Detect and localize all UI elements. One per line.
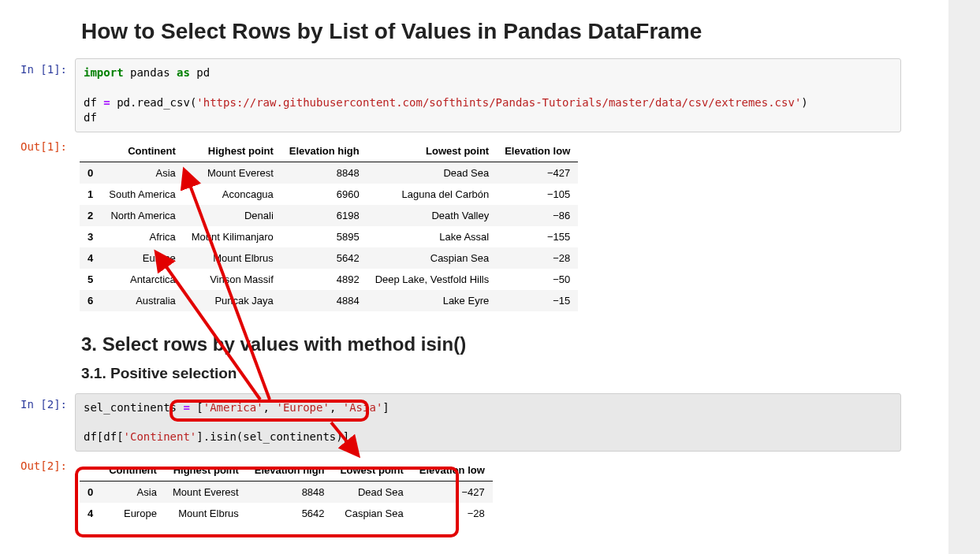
code-cell-1[interactable]: import pandas as pd df = pd.read_csv('ht… xyxy=(75,58,901,132)
notebook-body: How to Select Rows by List of Values in … xyxy=(0,19,980,532)
code-text: pd.read_csv( xyxy=(110,96,197,109)
row-index: 6 xyxy=(80,290,101,311)
row-index: 0 xyxy=(80,481,101,504)
code-text: df xyxy=(84,111,97,124)
table-cell: Caspian Sea xyxy=(333,503,412,524)
table-row: 3AfricaMount Kilimanjaro5895Lake Assal−1… xyxy=(80,226,578,247)
operator-eq: = xyxy=(183,401,189,414)
table-row: 6AustraliaPuncak Jaya4884Lake Eyre−15 xyxy=(80,290,578,311)
table-cell: Denali xyxy=(184,205,281,226)
subsection-heading: 3.1. Positive selection xyxy=(81,365,948,382)
table-header-row: Continent Highest point Elevation high L… xyxy=(80,140,578,162)
table-cell: 5642 xyxy=(247,503,333,524)
col-header: Elevation high xyxy=(247,459,333,481)
code-text: df[df[ xyxy=(84,430,124,443)
table-cell: Antarctica xyxy=(101,269,184,290)
code-text: , xyxy=(330,401,343,414)
table-header-row: Continent Highest point Elevation high L… xyxy=(80,459,493,481)
row-index: 0 xyxy=(80,162,101,184)
row-index: 2 xyxy=(80,205,101,226)
string-literal: 'Asia' xyxy=(343,401,383,414)
code-text: ].isin(sel_continents)] xyxy=(196,430,349,443)
table-cell: 8848 xyxy=(281,162,367,184)
table-cell: Puncak Jaya xyxy=(184,290,281,311)
table-cell: Deep Lake, Vestfold Hills xyxy=(367,269,497,290)
code-text: ) xyxy=(801,96,807,109)
prompt-out-2: Out[2]: xyxy=(0,455,75,477)
col-header: Continent xyxy=(101,140,184,162)
code-text: pandas xyxy=(124,66,177,79)
table-cell: −50 xyxy=(497,269,578,290)
col-header: Elevation low xyxy=(497,140,578,162)
code-text: [ xyxy=(190,401,203,414)
col-header: Highest point xyxy=(165,459,247,481)
scrollbar-gutter[interactable] xyxy=(948,0,980,554)
table-cell: Asia xyxy=(101,481,165,504)
prompt-in-1: In [1]: xyxy=(0,58,75,80)
keyword-import: import xyxy=(84,66,124,79)
section-heading: 3. Select rows by values with method isi… xyxy=(81,333,948,355)
table-cell: −86 xyxy=(497,205,578,226)
keyword-as: as xyxy=(177,66,190,79)
prompt-in-2: In [2]: xyxy=(0,393,75,415)
row-index: 1 xyxy=(80,184,101,205)
code-text: pd xyxy=(190,66,210,79)
code-text: ] xyxy=(382,401,389,414)
table-cell: Death Valley xyxy=(367,205,497,226)
string-literal: 'Continent' xyxy=(124,430,197,443)
string-literal: 'Europe' xyxy=(276,401,329,414)
table-row: 0AsiaMount Everest8848Dead Sea−427 xyxy=(80,162,578,184)
table-cell: Mount Elbrus xyxy=(165,503,247,524)
table-cell: Europe xyxy=(101,503,165,524)
table-cell: 6960 xyxy=(281,184,367,205)
page-title: How to Select Rows by List of Values in … xyxy=(81,19,948,44)
table-cell: 6198 xyxy=(281,205,367,226)
table-cell: 4892 xyxy=(281,269,367,290)
row-index: 5 xyxy=(80,269,101,290)
col-header xyxy=(80,140,101,162)
table-cell: Mount Kilimanjaro xyxy=(184,226,281,247)
table-cell: 4884 xyxy=(281,290,367,311)
string-literal: 'America' xyxy=(203,401,263,414)
table-cell: Australia xyxy=(101,290,184,311)
table-cell: 5895 xyxy=(281,226,367,247)
code-cell-2[interactable]: sel_continents = ['America', 'Europe', '… xyxy=(75,393,901,452)
table-cell: Europe xyxy=(101,247,184,269)
table-cell: 5642 xyxy=(281,247,367,269)
table-cell: South America xyxy=(101,184,184,205)
table-row: 4EuropeMount Elbrus5642Caspian Sea−28 xyxy=(80,247,578,269)
table-row: 2North AmericaDenali6198Death Valley−86 xyxy=(80,205,578,226)
string-literal: 'https://raw.githubusercontent.com/softh… xyxy=(196,96,801,109)
table-cell: Dead Sea xyxy=(333,481,412,504)
table-cell: −427 xyxy=(497,162,578,184)
table-cell: Vinson Massif xyxy=(184,269,281,290)
prompt-out-1: Out[1]: xyxy=(0,136,75,158)
cell-out-1: Out[1]: Continent Highest point Elevatio… xyxy=(0,136,948,319)
cell-out-2: Out[2]: Continent Highest point Elevatio… xyxy=(0,455,948,532)
table-cell: −28 xyxy=(412,503,493,524)
cell-in-2: In [2]: sel_continents = ['America', 'Eu… xyxy=(0,393,948,452)
output-table-2: Continent Highest point Elevation high L… xyxy=(80,459,493,524)
col-header: Elevation low xyxy=(412,459,493,481)
table-cell: −28 xyxy=(497,247,578,269)
row-index: 4 xyxy=(80,503,101,524)
col-header: Lowest point xyxy=(367,140,497,162)
table-cell: Africa xyxy=(101,226,184,247)
table-row: 0AsiaMount Everest8848Dead Sea−427 xyxy=(80,481,493,504)
table-cell: North America xyxy=(101,205,184,226)
table-cell: −15 xyxy=(497,290,578,311)
table-row: 4EuropeMount Elbrus5642Caspian Sea−28 xyxy=(80,503,493,524)
table-cell: Dead Sea xyxy=(367,162,497,184)
code-text: sel_continents xyxy=(84,401,183,414)
table-cell: Laguna del Carbón xyxy=(367,184,497,205)
table-cell: Lake Assal xyxy=(367,226,497,247)
table-row: 1South AmericaAconcagua6960Laguna del Ca… xyxy=(80,184,578,205)
col-header: Elevation high xyxy=(281,140,367,162)
row-index: 4 xyxy=(80,247,101,269)
table-cell: Lake Eyre xyxy=(367,290,497,311)
code-text: df xyxy=(84,96,103,109)
table-cell: Aconcagua xyxy=(184,184,281,205)
table-cell: −105 xyxy=(497,184,578,205)
table-row: 5AntarcticaVinson Massif4892Deep Lake, V… xyxy=(80,269,578,290)
output-table-1: Continent Highest point Elevation high L… xyxy=(80,140,578,311)
